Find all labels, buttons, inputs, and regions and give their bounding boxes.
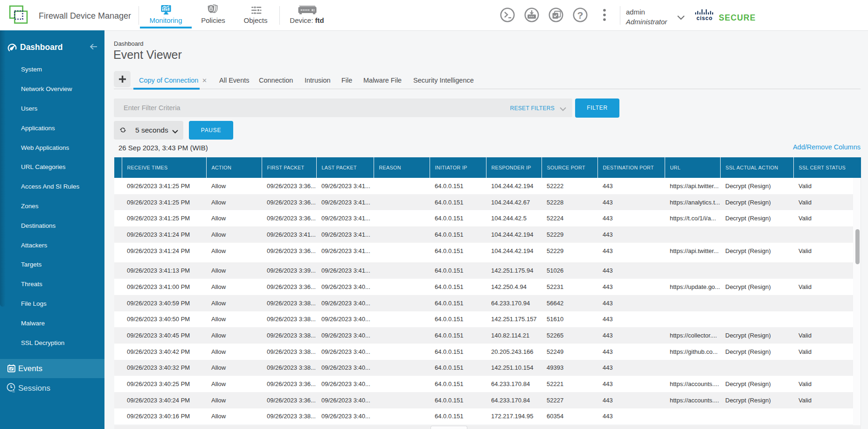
svg-text:?: ? — [577, 10, 583, 21]
svg-text:cisco: cisco — [696, 15, 713, 21]
